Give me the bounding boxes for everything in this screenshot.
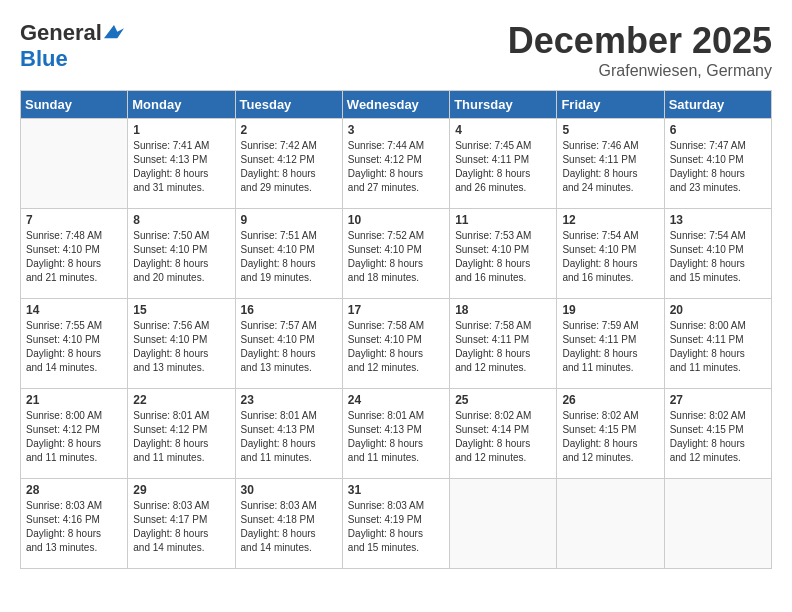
day-number: 28 xyxy=(26,483,122,497)
calendar-cell: 24Sunrise: 8:01 AM Sunset: 4:13 PM Dayli… xyxy=(342,389,449,479)
calendar-week-5: 28Sunrise: 8:03 AM Sunset: 4:16 PM Dayli… xyxy=(21,479,772,569)
day-number: 24 xyxy=(348,393,444,407)
calendar-cell: 1Sunrise: 7:41 AM Sunset: 4:13 PM Daylig… xyxy=(128,119,235,209)
day-info: Sunrise: 7:56 AM Sunset: 4:10 PM Dayligh… xyxy=(133,319,229,375)
day-info: Sunrise: 8:03 AM Sunset: 4:17 PM Dayligh… xyxy=(133,499,229,555)
day-info: Sunrise: 7:51 AM Sunset: 4:10 PM Dayligh… xyxy=(241,229,337,285)
calendar-cell: 21Sunrise: 8:00 AM Sunset: 4:12 PM Dayli… xyxy=(21,389,128,479)
day-number: 8 xyxy=(133,213,229,227)
calendar-cell: 23Sunrise: 8:01 AM Sunset: 4:13 PM Dayli… xyxy=(235,389,342,479)
weekday-header-wednesday: Wednesday xyxy=(342,91,449,119)
weekday-header-thursday: Thursday xyxy=(450,91,557,119)
calendar-cell: 25Sunrise: 8:02 AM Sunset: 4:14 PM Dayli… xyxy=(450,389,557,479)
calendar-cell: 22Sunrise: 8:01 AM Sunset: 4:12 PM Dayli… xyxy=(128,389,235,479)
weekday-header-friday: Friday xyxy=(557,91,664,119)
day-info: Sunrise: 7:46 AM Sunset: 4:11 PM Dayligh… xyxy=(562,139,658,195)
calendar-cell: 27Sunrise: 8:02 AM Sunset: 4:15 PM Dayli… xyxy=(664,389,771,479)
day-info: Sunrise: 8:01 AM Sunset: 4:12 PM Dayligh… xyxy=(133,409,229,465)
day-info: Sunrise: 8:02 AM Sunset: 4:15 PM Dayligh… xyxy=(562,409,658,465)
calendar-week-4: 21Sunrise: 8:00 AM Sunset: 4:12 PM Dayli… xyxy=(21,389,772,479)
day-number: 20 xyxy=(670,303,766,317)
calendar-cell xyxy=(21,119,128,209)
page-header: General Blue December 2025 Grafenwiesen,… xyxy=(20,20,772,80)
calendar-cell: 3Sunrise: 7:44 AM Sunset: 4:12 PM Daylig… xyxy=(342,119,449,209)
day-number: 9 xyxy=(241,213,337,227)
calendar-cell: 10Sunrise: 7:52 AM Sunset: 4:10 PM Dayli… xyxy=(342,209,449,299)
day-info: Sunrise: 7:50 AM Sunset: 4:10 PM Dayligh… xyxy=(133,229,229,285)
day-info: Sunrise: 7:58 AM Sunset: 4:10 PM Dayligh… xyxy=(348,319,444,375)
day-number: 19 xyxy=(562,303,658,317)
calendar-cell: 17Sunrise: 7:58 AM Sunset: 4:10 PM Dayli… xyxy=(342,299,449,389)
calendar-week-3: 14Sunrise: 7:55 AM Sunset: 4:10 PM Dayli… xyxy=(21,299,772,389)
calendar-cell: 31Sunrise: 8:03 AM Sunset: 4:19 PM Dayli… xyxy=(342,479,449,569)
logo-blue-text: Blue xyxy=(20,46,68,72)
day-number: 30 xyxy=(241,483,337,497)
day-info: Sunrise: 7:42 AM Sunset: 4:12 PM Dayligh… xyxy=(241,139,337,195)
calendar-cell: 7Sunrise: 7:48 AM Sunset: 4:10 PM Daylig… xyxy=(21,209,128,299)
day-number: 5 xyxy=(562,123,658,137)
day-number: 3 xyxy=(348,123,444,137)
weekday-header-tuesday: Tuesday xyxy=(235,91,342,119)
day-number: 4 xyxy=(455,123,551,137)
calendar-cell: 12Sunrise: 7:54 AM Sunset: 4:10 PM Dayli… xyxy=(557,209,664,299)
day-info: Sunrise: 7:48 AM Sunset: 4:10 PM Dayligh… xyxy=(26,229,122,285)
day-number: 12 xyxy=(562,213,658,227)
day-info: Sunrise: 8:02 AM Sunset: 4:14 PM Dayligh… xyxy=(455,409,551,465)
day-number: 6 xyxy=(670,123,766,137)
day-info: Sunrise: 7:54 AM Sunset: 4:10 PM Dayligh… xyxy=(670,229,766,285)
day-number: 22 xyxy=(133,393,229,407)
day-info: Sunrise: 7:41 AM Sunset: 4:13 PM Dayligh… xyxy=(133,139,229,195)
calendar-cell: 2Sunrise: 7:42 AM Sunset: 4:12 PM Daylig… xyxy=(235,119,342,209)
day-number: 14 xyxy=(26,303,122,317)
day-info: Sunrise: 7:45 AM Sunset: 4:11 PM Dayligh… xyxy=(455,139,551,195)
day-number: 16 xyxy=(241,303,337,317)
calendar-cell: 9Sunrise: 7:51 AM Sunset: 4:10 PM Daylig… xyxy=(235,209,342,299)
day-info: Sunrise: 7:52 AM Sunset: 4:10 PM Dayligh… xyxy=(348,229,444,285)
calendar-cell: 16Sunrise: 7:57 AM Sunset: 4:10 PM Dayli… xyxy=(235,299,342,389)
calendar-cell xyxy=(664,479,771,569)
location-subtitle: Grafenwiesen, Germany xyxy=(508,62,772,80)
day-info: Sunrise: 8:03 AM Sunset: 4:18 PM Dayligh… xyxy=(241,499,337,555)
calendar-cell: 4Sunrise: 7:45 AM Sunset: 4:11 PM Daylig… xyxy=(450,119,557,209)
day-number: 10 xyxy=(348,213,444,227)
calendar-cell: 15Sunrise: 7:56 AM Sunset: 4:10 PM Dayli… xyxy=(128,299,235,389)
calendar-cell: 14Sunrise: 7:55 AM Sunset: 4:10 PM Dayli… xyxy=(21,299,128,389)
day-number: 15 xyxy=(133,303,229,317)
calendar-cell: 30Sunrise: 8:03 AM Sunset: 4:18 PM Dayli… xyxy=(235,479,342,569)
day-number: 1 xyxy=(133,123,229,137)
day-number: 26 xyxy=(562,393,658,407)
calendar-cell xyxy=(557,479,664,569)
title-block: December 2025 Grafenwiesen, Germany xyxy=(508,20,772,80)
logo-bird-icon xyxy=(104,23,124,43)
calendar-cell: 6Sunrise: 7:47 AM Sunset: 4:10 PM Daylig… xyxy=(664,119,771,209)
day-info: Sunrise: 7:57 AM Sunset: 4:10 PM Dayligh… xyxy=(241,319,337,375)
weekday-header-monday: Monday xyxy=(128,91,235,119)
day-number: 11 xyxy=(455,213,551,227)
day-number: 7 xyxy=(26,213,122,227)
calendar-cell: 26Sunrise: 8:02 AM Sunset: 4:15 PM Dayli… xyxy=(557,389,664,479)
day-number: 29 xyxy=(133,483,229,497)
day-number: 23 xyxy=(241,393,337,407)
calendar-cell: 19Sunrise: 7:59 AM Sunset: 4:11 PM Dayli… xyxy=(557,299,664,389)
day-info: Sunrise: 8:00 AM Sunset: 4:11 PM Dayligh… xyxy=(670,319,766,375)
day-info: Sunrise: 8:03 AM Sunset: 4:16 PM Dayligh… xyxy=(26,499,122,555)
day-info: Sunrise: 8:01 AM Sunset: 4:13 PM Dayligh… xyxy=(241,409,337,465)
logo-general-text: General xyxy=(20,20,102,46)
day-number: 2 xyxy=(241,123,337,137)
weekday-header-row: SundayMondayTuesdayWednesdayThursdayFrid… xyxy=(21,91,772,119)
day-info: Sunrise: 7:59 AM Sunset: 4:11 PM Dayligh… xyxy=(562,319,658,375)
day-number: 18 xyxy=(455,303,551,317)
month-year-title: December 2025 xyxy=(508,20,772,62)
calendar-cell: 29Sunrise: 8:03 AM Sunset: 4:17 PM Dayli… xyxy=(128,479,235,569)
day-number: 21 xyxy=(26,393,122,407)
weekday-header-saturday: Saturday xyxy=(664,91,771,119)
svg-marker-0 xyxy=(104,25,124,38)
calendar-table: SundayMondayTuesdayWednesdayThursdayFrid… xyxy=(20,90,772,569)
day-number: 31 xyxy=(348,483,444,497)
calendar-cell xyxy=(450,479,557,569)
day-number: 27 xyxy=(670,393,766,407)
day-info: Sunrise: 7:44 AM Sunset: 4:12 PM Dayligh… xyxy=(348,139,444,195)
calendar-week-2: 7Sunrise: 7:48 AM Sunset: 4:10 PM Daylig… xyxy=(21,209,772,299)
day-info: Sunrise: 7:54 AM Sunset: 4:10 PM Dayligh… xyxy=(562,229,658,285)
calendar-cell: 18Sunrise: 7:58 AM Sunset: 4:11 PM Dayli… xyxy=(450,299,557,389)
